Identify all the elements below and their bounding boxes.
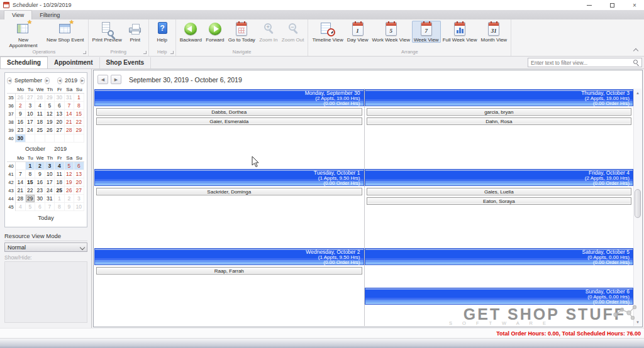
calendar-day[interactable]: 8	[55, 203, 65, 211]
calendar-day[interactable]: 22	[74, 118, 84, 126]
show-hide-listbox[interactable]	[4, 261, 87, 323]
calendar-day[interactable]: 30	[16, 134, 26, 143]
calendar-day[interactable]: 3	[45, 162, 55, 170]
forward-button[interactable]: Forward	[204, 21, 226, 43]
prev-month-icon[interactable]: ◀	[7, 77, 12, 84]
search-icon[interactable]	[633, 60, 639, 65]
calendar-day[interactable]: 23	[16, 126, 26, 134]
calendar-day[interactable]: 6	[55, 102, 65, 110]
calendar-day[interactable]: 29	[45, 94, 55, 102]
calendar-day[interactable]: 22	[26, 187, 36, 195]
calendar-day[interactable]: 10	[26, 110, 36, 118]
help-button[interactable]: ?Help	[151, 21, 174, 43]
calendar-day[interactable]: 29	[74, 126, 84, 134]
calendar-day[interactable]: 14	[16, 178, 26, 187]
go-to-today-button[interactable]: Go to Today	[226, 21, 257, 43]
calendar-day[interactable]: 31	[65, 94, 75, 102]
day-header-banner[interactable]: Thursday, October 3(2 Appts, 19.00 Hrs)(…	[365, 89, 634, 106]
calendar-day[interactable]: 16	[35, 178, 45, 187]
calendar-day[interactable]: 27	[74, 187, 84, 195]
calendar-day[interactable]: 23	[35, 187, 45, 195]
day-header-banner[interactable]: Wednesday, October 2(1 Appts, 9.50 Hrs)(…	[94, 248, 364, 265]
appointment-bar[interactable]: Dabbs, Dorthea	[96, 108, 362, 116]
calendar-day[interactable]: 8	[74, 102, 84, 110]
calendar-day[interactable]: 8	[26, 170, 36, 178]
calendar-day[interactable]: 30	[35, 195, 45, 203]
resource-view-mode-dropdown[interactable]: Normal	[4, 242, 87, 252]
calendar-day[interactable]: 1	[26, 162, 36, 170]
calendar-day[interactable]: 10	[45, 170, 55, 178]
day-header-banner[interactable]: Friday, October 4(2 Appts, 19.00 Hrs)(0.…	[365, 169, 634, 186]
calendar-day[interactable]: 17	[26, 118, 36, 126]
calendar-day[interactable]: 9	[35, 170, 45, 178]
calendar-day[interactable]: 1	[74, 94, 84, 102]
tab-appointment[interactable]: Appointment	[48, 57, 100, 68]
calendar-day[interactable]: 19	[45, 118, 55, 126]
calendar-day[interactable]: 29	[26, 195, 36, 203]
calendar-day[interactable]: 24	[45, 187, 55, 195]
calendar-day[interactable]: 7	[16, 170, 26, 178]
work-week-view-button[interactable]: 5Work Week View	[370, 21, 411, 43]
new-shop-event-button[interactable]: ★New Shop Event	[45, 21, 86, 43]
calendar-day[interactable]: 20	[74, 178, 84, 187]
appointment-bar[interactable]: Sackrider, Dominga	[96, 188, 362, 195]
calendar-day[interactable]: 31	[45, 195, 55, 203]
next-month-icon[interactable]: ▶	[45, 77, 50, 84]
calendar-day[interactable]: 21	[65, 118, 75, 126]
calendar-day[interactable]: 4	[35, 102, 45, 110]
filter-input[interactable]	[531, 60, 633, 66]
calendar-day[interactable]: 25	[35, 126, 45, 134]
appointment-bar[interactable]: Dahn, Rosa	[367, 117, 632, 125]
tab-scheduling[interactable]: Scheduling	[0, 57, 48, 68]
calendar-day[interactable]: 27	[26, 94, 36, 102]
calendar-day[interactable]: 26	[45, 126, 55, 134]
today-button[interactable]: Today	[7, 212, 85, 222]
calendar-day[interactable]: 3	[26, 102, 36, 110]
dialog-launcher-icon[interactable]	[170, 51, 174, 54]
calendar-day[interactable]: 25	[55, 187, 65, 195]
calendar-day[interactable]: 5	[26, 203, 36, 211]
scrollbar-thumb[interactable]	[635, 189, 641, 218]
calendar-day[interactable]: 24	[26, 126, 36, 134]
day-view-button[interactable]: 1Day View	[345, 21, 370, 43]
calendar-day[interactable]: 12	[45, 110, 55, 118]
calendar-day[interactable]: 28	[35, 94, 45, 102]
calendar-day[interactable]: 7	[65, 102, 75, 110]
calendar-day[interactable]: 9	[65, 203, 75, 211]
minimize-button[interactable]	[585, 1, 594, 9]
calendar-day[interactable]: 18	[55, 178, 65, 187]
full-week-view-button[interactable]: Full Week View	[441, 21, 479, 43]
calendar-day[interactable]: 19	[65, 178, 75, 187]
calendar-day[interactable]: 11	[35, 110, 45, 118]
calendar-day[interactable]: 2	[16, 102, 26, 110]
calendar-day[interactable]: 13	[55, 110, 65, 118]
calendar-day[interactable]: 20	[55, 118, 65, 126]
appointment-bar[interactable]: Gaier, Esmeralda	[96, 117, 362, 125]
close-button[interactable]: ×	[630, 1, 639, 9]
appointment-bar[interactable]: Gales, Luella	[367, 188, 632, 195]
month-view-button[interactable]: 31Month View	[479, 21, 509, 43]
dialog-launcher-icon[interactable]	[143, 51, 147, 54]
calendar-day[interactable]: 9	[16, 110, 26, 118]
calendar-day[interactable]: 6	[35, 203, 45, 211]
new-appointment-button[interactable]: ★New Appointment	[2, 21, 45, 48]
calendar-day[interactable]: 2	[65, 195, 75, 203]
appointment-bar[interactable]: garcia, bryan	[367, 108, 632, 116]
ribbon-tab-view[interactable]: View	[4, 10, 32, 19]
calendar-day[interactable]: 3	[74, 195, 84, 203]
print-preview-button[interactable]: Print Preview	[91, 21, 124, 43]
timeline-view-button[interactable]: Timeline View	[310, 21, 345, 43]
calendar-day[interactable]: 4	[16, 203, 26, 211]
calendar-day[interactable]: 21	[16, 187, 26, 195]
backward-button[interactable]: Backward	[178, 21, 204, 43]
calendar-day[interactable]: 18	[35, 118, 45, 126]
calendar-day[interactable]: 4	[55, 162, 65, 170]
collapse-ribbon-icon[interactable]	[633, 48, 638, 52]
calendar-day[interactable]: 27	[55, 126, 65, 134]
calendar-day[interactable]: 14	[65, 110, 75, 118]
prev-week-button[interactable]: ◀	[97, 75, 108, 84]
calendar-day[interactable]: 15	[26, 178, 36, 187]
appointment-bar[interactable]: Eaton, Soraya	[367, 197, 632, 205]
appointment-bar[interactable]: Raap, Farrah	[96, 267, 362, 275]
prev-year-icon[interactable]: ◀	[57, 77, 62, 84]
